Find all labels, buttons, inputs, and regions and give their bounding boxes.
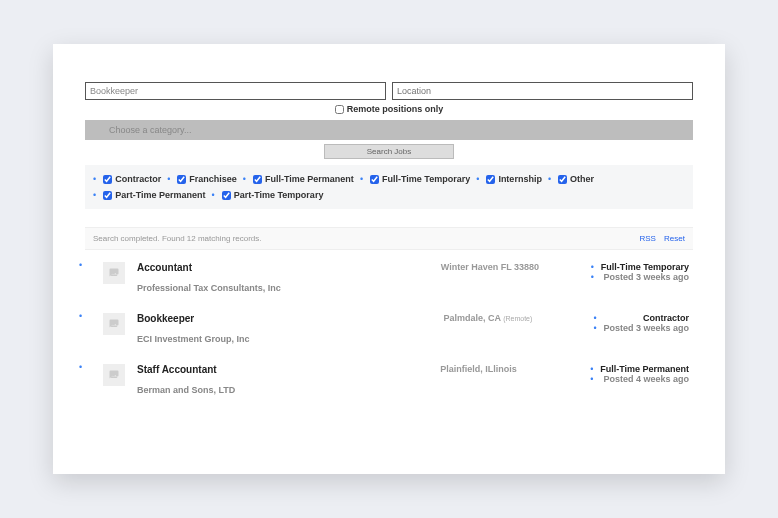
category-placeholder: Choose a category... bbox=[109, 125, 191, 135]
filter-checkbox[interactable] bbox=[558, 175, 567, 184]
location-input[interactable] bbox=[392, 82, 693, 100]
job-type-filters: ContractorFranchiseeFull-Time PermanentF… bbox=[85, 165, 693, 209]
job-location: Winter Haven FL 33880 bbox=[441, 262, 591, 293]
category-select[interactable]: Choose a category... bbox=[85, 120, 693, 140]
job-posted: Posted 3 weeks ago bbox=[593, 323, 689, 333]
remote-toggle-row: Remote positions only bbox=[85, 104, 693, 114]
result-main: BookkeeperECI Investment Group, Inc bbox=[137, 313, 443, 344]
job-search-panel: Remote positions only Choose a category.… bbox=[53, 44, 725, 474]
job-meta: Full-Time PermanentPosted 4 weeks ago bbox=[590, 364, 689, 395]
keyword-input[interactable] bbox=[85, 82, 386, 100]
filter-label: Part-Time Temporary bbox=[234, 187, 324, 203]
search-button[interactable]: Search Jobs bbox=[324, 144, 454, 159]
filter-label: Full-Time Permanent bbox=[265, 171, 354, 187]
filter-label: Internship bbox=[498, 171, 542, 187]
filter-part-time-temporary[interactable]: Part-Time Temporary bbox=[212, 187, 324, 203]
result-row[interactable]: BookkeeperECI Investment Group, IncPalmd… bbox=[85, 301, 693, 352]
company-logo-placeholder bbox=[103, 364, 125, 386]
filter-label: Franchisee bbox=[189, 171, 237, 187]
filter-label: Other bbox=[570, 171, 594, 187]
job-meta: ContractorPosted 3 weeks ago bbox=[593, 313, 689, 344]
filter-label: Contractor bbox=[115, 171, 161, 187]
company-logo-placeholder bbox=[103, 313, 125, 335]
job-location: Plainfield, ILlinois bbox=[440, 364, 590, 395]
status-links: RSS Reset bbox=[633, 234, 685, 243]
filter-other[interactable]: Other bbox=[548, 171, 594, 187]
filter-checkbox[interactable] bbox=[222, 191, 231, 200]
company-logo-placeholder bbox=[103, 262, 125, 284]
search-button-row: Search Jobs bbox=[85, 144, 693, 159]
job-company: Berman and Sons, LTD bbox=[137, 385, 440, 395]
job-title: Bookkeeper bbox=[137, 313, 443, 324]
filter-checkbox[interactable] bbox=[370, 175, 379, 184]
job-title: Accountant bbox=[137, 262, 441, 273]
filter-full-time-temporary[interactable]: Full-Time Temporary bbox=[360, 171, 470, 187]
filter-checkbox[interactable] bbox=[177, 175, 186, 184]
filter-contractor[interactable]: Contractor bbox=[93, 171, 161, 187]
job-posted: Posted 3 weeks ago bbox=[591, 272, 689, 282]
filter-checkbox[interactable] bbox=[253, 175, 262, 184]
job-location: Palmdale, CA (Remote) bbox=[443, 313, 593, 344]
results-list: AccountantProfessional Tax Consultants, … bbox=[85, 250, 693, 403]
result-row[interactable]: AccountantProfessional Tax Consultants, … bbox=[85, 250, 693, 301]
filter-checkbox[interactable] bbox=[486, 175, 495, 184]
filter-label: Part-Time Permanent bbox=[115, 187, 205, 203]
remote-checkbox[interactable] bbox=[335, 105, 344, 114]
search-row bbox=[85, 82, 693, 100]
filter-checkbox[interactable] bbox=[103, 175, 112, 184]
job-meta: Full-Time TemporaryPosted 3 weeks ago bbox=[591, 262, 689, 293]
filter-internship[interactable]: Internship bbox=[476, 171, 542, 187]
filter-franchisee[interactable]: Franchisee bbox=[167, 171, 237, 187]
filter-part-time-permanent[interactable]: Part-Time Permanent bbox=[93, 187, 206, 203]
job-posted: Posted 4 weeks ago bbox=[590, 374, 689, 384]
filter-full-time-permanent[interactable]: Full-Time Permanent bbox=[243, 171, 354, 187]
job-company: ECI Investment Group, Inc bbox=[137, 334, 443, 344]
job-type: Contractor bbox=[593, 313, 689, 323]
job-type: Full-Time Temporary bbox=[591, 262, 689, 272]
remote-tag: (Remote) bbox=[503, 315, 532, 322]
filter-label: Full-Time Temporary bbox=[382, 171, 470, 187]
result-main: AccountantProfessional Tax Consultants, … bbox=[137, 262, 441, 293]
rss-link[interactable]: RSS bbox=[639, 234, 655, 243]
job-company: Professional Tax Consultants, Inc bbox=[137, 283, 441, 293]
filter-checkbox[interactable] bbox=[103, 191, 112, 200]
status-bar: Search completed. Found 12 matching reco… bbox=[85, 227, 693, 250]
status-text: Search completed. Found 12 matching reco… bbox=[93, 234, 262, 243]
remote-label: Remote positions only bbox=[347, 104, 444, 114]
reset-link[interactable]: Reset bbox=[664, 234, 685, 243]
result-main: Staff AccountantBerman and Sons, LTD bbox=[137, 364, 440, 395]
result-row[interactable]: Staff AccountantBerman and Sons, LTDPlai… bbox=[85, 352, 693, 403]
job-type: Full-Time Permanent bbox=[590, 364, 689, 374]
job-title: Staff Accountant bbox=[137, 364, 440, 375]
